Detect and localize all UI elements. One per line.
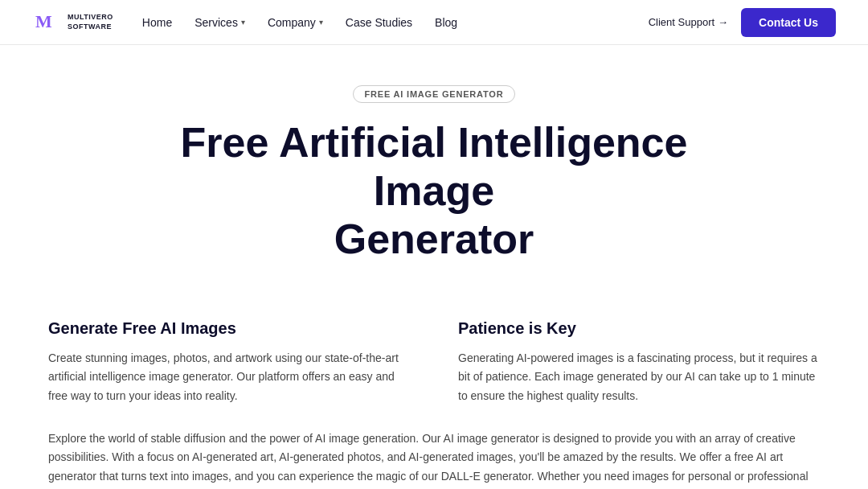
client-support-link[interactable]: Client Support → [649,16,728,28]
svg-text:M: M [35,11,52,31]
arrow-right-icon: → [718,16,728,28]
col-left-title: Generate Free AI Images [48,319,410,338]
hero-badge: FREE AI IMAGE GENERATOR [353,85,516,103]
chevron-down-icon: ▾ [241,18,245,27]
nav-links: Home Services ▾ Company ▾ Case Studies B… [142,15,457,30]
nav-item-case-studies[interactable]: Case Studies [346,15,412,30]
col-right: Patience is Key Generating AI-powered im… [458,319,820,405]
navbar-left: M MULTIVERO SOFTWARE Home Services ▾ Com… [32,8,457,37]
logo[interactable]: M MULTIVERO SOFTWARE [32,8,113,37]
nav-item-blog[interactable]: Blog [435,15,457,30]
hero-title: Free Artificial Intelligence Image Gener… [153,119,715,263]
col-left: Generate Free AI Images Create stunning … [48,319,410,405]
logo-text: MULTIVERO SOFTWARE [68,13,113,31]
col-right-title: Patience is Key [458,319,820,338]
two-col-section: Generate Free AI Images Create stunning … [0,287,868,429]
nav-item-company[interactable]: Company ▾ [268,16,323,29]
navbar: M MULTIVERO SOFTWARE Home Services ▾ Com… [0,0,868,45]
navbar-right: Client Support → Contact Us [649,8,836,37]
col-right-text: Generating AI-powered images is a fascin… [458,349,820,405]
full-paragraph: Explore the world of stable diffusion an… [0,429,868,489]
hero-section: FREE AI IMAGE GENERATOR Free Artificial … [0,45,868,287]
col-left-text: Create stunning images, photos, and artw… [48,349,410,405]
nav-item-services[interactable]: Services ▾ [194,16,245,29]
logo-icon: M [32,8,61,37]
nav-item-home[interactable]: Home [142,15,172,30]
chevron-down-icon: ▾ [319,18,323,27]
contact-us-button[interactable]: Contact Us [741,8,836,37]
